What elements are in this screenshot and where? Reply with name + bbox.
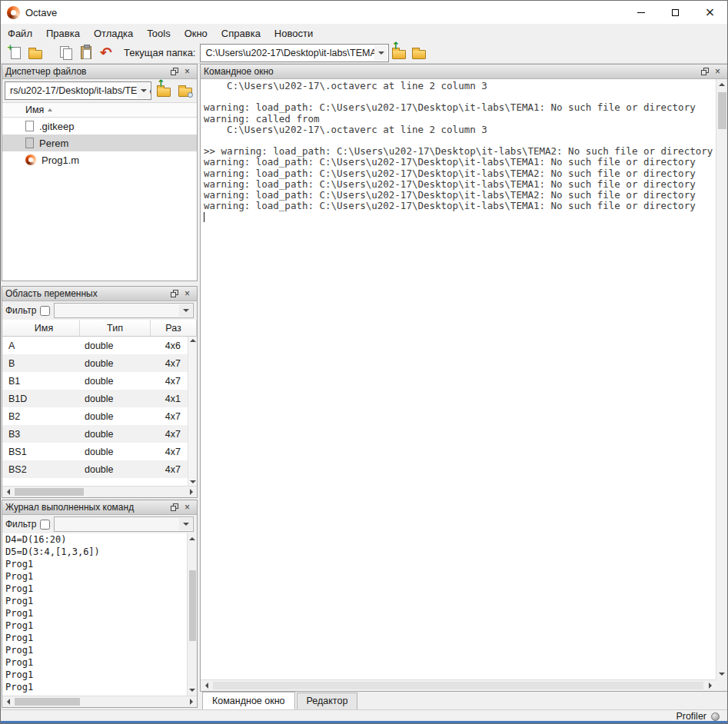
scroll-down-icon[interactable] [188,685,197,696]
scroll-right-icon[interactable] [185,487,197,497]
file-browser-name-header[interactable]: Имя [2,102,197,118]
variable-row[interactable]: B1Ddouble4x1 [2,390,197,407]
open-file-button[interactable] [25,44,45,62]
paste-button[interactable] [76,44,96,62]
scroll-right-icon[interactable] [704,680,716,691]
history-item[interactable]: Prog1 [2,570,197,583]
workspace-horizontal-scrollbar[interactable] [2,486,197,497]
scroll-up-icon[interactable] [190,339,196,342]
scroll-left-icon[interactable] [2,487,14,497]
variable-row[interactable]: B3double4x7 [2,425,197,443]
history-item[interactable]: Prog1 [2,681,197,693]
scroll-down-icon[interactable] [190,480,196,483]
workspace-vertical-scrollbar[interactable] [188,337,197,486]
file-row[interactable]: Prog1.m [2,151,197,168]
console-output[interactable]: C:\Users\u202-17\.octaverc at line 2 col… [201,79,716,679]
chevron-down-icon[interactable] [137,83,150,98]
browser-path-combobox[interactable]: rs/u202-17/Desktop/it-labs/TEMA1 [5,81,151,100]
browse-folder-button[interactable] [409,44,429,62]
filter-checkbox[interactable] [40,520,50,530]
history-vertical-scrollbar[interactable] [187,533,197,696]
scroll-left-icon[interactable] [2,696,14,707]
history-item[interactable]: D4=D(16:20) [2,533,197,546]
gear-icon [188,92,193,98]
tab-editor[interactable]: Редактор [297,692,358,709]
undock-icon[interactable] [168,502,181,513]
close-panel-icon[interactable]: × [181,502,194,513]
history-item[interactable]: Prog1 [2,595,197,607]
history-item[interactable]: Prog1 [2,583,197,595]
filter-combobox[interactable] [54,303,194,318]
scrollbar-thumb[interactable] [718,92,726,129]
maximize-button[interactable] [658,1,693,24]
undo-button[interactable]: ↶ [96,44,116,62]
tab-command-window[interactable]: Командное окно [202,692,295,709]
close-panel-icon[interactable]: × [711,66,724,78]
scroll-up-icon[interactable] [716,79,727,90]
undock-icon[interactable] [168,66,181,78]
scroll-down-icon[interactable] [716,669,727,679]
close-panel-icon[interactable]: × [181,288,194,300]
folder-up-button[interactable]: ↑ [389,44,409,62]
workspace-titlebar: Область переменных × [2,287,197,301]
variable-row[interactable]: B1double4x7 [2,372,197,390]
variable-row[interactable]: BS1double4x7 [2,443,197,460]
history-item[interactable]: D5=D(3:4,[1,3,6]) [2,546,197,558]
menu-item-news[interactable]: Новости [268,25,320,42]
menu-item-debug[interactable]: Отладка [87,25,140,42]
column-header-size[interactable]: Раз [151,320,197,337]
scroll-right-icon[interactable] [185,696,197,707]
copy-button[interactable] [56,44,76,62]
history-horizontal-scrollbar[interactable] [2,696,197,707]
scrollbar-thumb[interactable] [15,488,84,496]
new-script-button[interactable] [5,44,25,62]
profiler-status-icon[interactable] [711,712,720,721]
window-bottom-border [1,721,727,723]
browser-up-button[interactable]: ↑ [155,81,173,100]
minimize-button[interactable] [623,1,658,24]
history-item[interactable]: Prog1 [2,607,197,619]
console-vertical-scrollbar[interactable] [716,79,727,679]
scrollbar-thumb[interactable] [213,682,703,689]
menu-item-tools[interactable]: Tools [140,25,177,42]
scroll-left-icon[interactable] [201,680,212,691]
menu-item-file[interactable]: Файл [1,25,39,42]
column-header-name[interactable]: Имя [2,320,80,337]
history-item[interactable]: Prog1 [2,632,197,644]
menu-item-window[interactable]: Окно [178,25,214,42]
menu-item-edit[interactable]: Правка [39,25,87,42]
column-header-type[interactable]: Тип [80,320,151,337]
close-panel-icon[interactable]: × [181,66,194,78]
menu-item-help[interactable]: Справка [214,25,268,42]
file-row[interactable]: .gitkeep [2,118,197,135]
history-item[interactable]: Prog1 [2,656,197,669]
filter-label: Фильтр [5,519,36,530]
history-item[interactable]: Prog1 [2,619,197,632]
history-filter-row: Фильтр [2,515,197,533]
console-horizontal-scrollbar[interactable] [201,679,716,691]
chevron-down-icon[interactable] [179,518,192,530]
chevron-down-icon[interactable] [179,304,192,317]
current-folder-combobox[interactable]: C:\Users\u202-17\Desktop\it-labs\TEMA1 [200,44,389,62]
history-item[interactable]: Prog1 [2,558,197,570]
variable-row[interactable]: Bdouble4x7 [2,354,197,372]
open-folder-icon [28,50,42,59]
scroll-up-icon[interactable] [188,533,197,544]
browser-actions-button[interactable] [176,81,194,100]
variable-row[interactable]: BS2double4x7 [2,460,197,478]
chevron-down-icon[interactable] [374,45,387,61]
scrollbar-thumb[interactable] [15,698,80,706]
scrollbar-thumb[interactable] [189,570,196,641]
history-item[interactable]: Prog1 [2,644,197,656]
filter-checkbox[interactable] [40,306,50,316]
maximize-icon [672,9,679,16]
undock-icon[interactable] [698,66,711,78]
undock-icon[interactable] [168,288,181,300]
minimize-icon [637,12,645,13]
history-item[interactable]: Prog1 [2,669,197,681]
filter-combobox[interactable] [54,516,194,532]
file-row-selected[interactable]: Perem [2,135,197,151]
variable-row[interactable]: Adouble4x6 [2,337,197,354]
variable-row[interactable]: B2double4x7 [2,407,197,425]
close-button[interactable]: × [693,1,727,24]
